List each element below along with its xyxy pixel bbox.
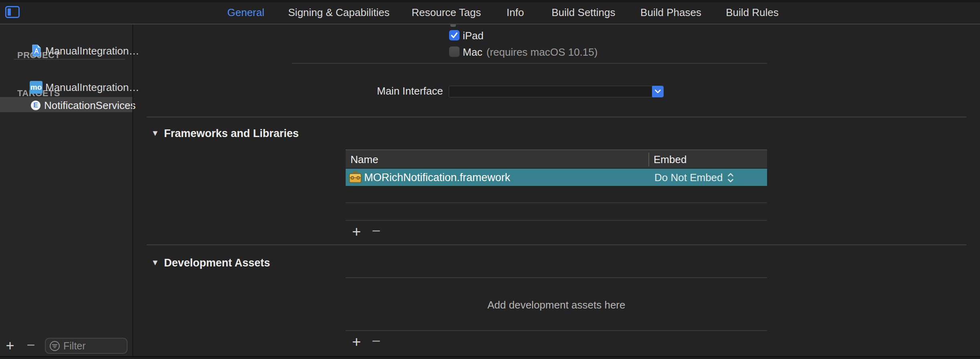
table-inner-divider	[346, 202, 767, 203]
tab-build-phases[interactable]: Build Phases	[640, 6, 701, 19]
mac-label: Mac	[463, 46, 482, 58]
sidebar-add-button[interactable]: +	[4, 339, 16, 353]
column-header-name[interactable]: Name	[350, 153, 378, 166]
ipad-checkbox[interactable]	[449, 30, 460, 40]
tab-bar	[0, 2, 980, 24]
ipad-label: iPad	[463, 30, 484, 42]
column-separator	[648, 153, 649, 166]
mo-app-icon: mo	[30, 81, 43, 94]
framework-row-selected[interactable]: MORichNotification.framework Do Not Embe…	[346, 169, 767, 186]
filter-icon	[49, 341, 60, 351]
section-divider	[147, 244, 966, 245]
embed-value: Do Not Embed	[654, 171, 723, 184]
dev-assets-disclosure-triangle[interactable]: ▼	[151, 258, 159, 267]
dev-assets-add-button[interactable]: +	[351, 334, 362, 349]
main-interface-combobox[interactable]	[449, 86, 664, 97]
tab-build-rules[interactable]: Build Rules	[726, 6, 779, 19]
main-interface-label: Main Interface	[377, 85, 443, 97]
framework-name: MORichNotification.framework	[364, 171, 510, 184]
targets-sidebar: PROJECT ManualIntegration… TARGETS mo Ma…	[0, 24, 132, 359]
project-window-icon	[5, 6, 20, 18]
mac-requirement-note: (requires macOS 10.15)	[486, 46, 597, 58]
framework-toolbox-icon	[349, 171, 362, 183]
chevron-down-icon	[654, 89, 661, 94]
extension-icon: E	[31, 101, 40, 110]
frameworks-disclosure-triangle[interactable]: ▼	[151, 129, 159, 138]
sidebar-divider	[14, 59, 125, 60]
column-header-embed[interactable]: Embed	[654, 153, 686, 166]
section-divider	[147, 117, 966, 117]
tab-resource-tags[interactable]: Resource Tags	[412, 6, 481, 19]
up-down-chevrons-icon	[727, 172, 734, 183]
filter-field[interactable]	[45, 338, 128, 354]
sidebar-glyph	[8, 8, 11, 16]
sidebar-content-divider	[132, 24, 133, 359]
frameworks-table-header: Name Embed	[346, 149, 767, 168]
tab-build-settings[interactable]: Build Settings	[552, 6, 616, 19]
tab-general[interactable]: General	[227, 6, 265, 19]
checkmark-icon	[449, 30, 460, 40]
tab-info[interactable]: Info	[506, 6, 524, 19]
sidebar-item-target-app[interactable]: ManualIntegration…	[45, 81, 139, 94]
debug-bar-edge	[0, 356, 980, 359]
dev-assets-section-title: Development Assets	[164, 257, 270, 269]
filter-input[interactable]	[63, 339, 124, 352]
frameworks-remove-button[interactable]: −	[371, 223, 382, 238]
combobox-button[interactable]	[652, 86, 664, 97]
clipped-checkbox-remnant	[450, 24, 456, 27]
dev-assets-placeholder: Add development assets here	[346, 299, 767, 311]
mac-checkbox[interactable]	[449, 46, 460, 57]
frameworks-section-title: Frameworks and Libraries	[164, 127, 299, 140]
sidebar-item-project[interactable]: ManualIntegration…	[45, 45, 139, 57]
tab-signing-capabilities[interactable]: Signing & Capabilities	[288, 6, 390, 19]
frameworks-add-button[interactable]: +	[351, 224, 362, 239]
dev-assets-remove-button[interactable]: −	[371, 333, 382, 349]
embed-dropdown[interactable]: Do Not Embed	[654, 171, 734, 184]
project-file-icon	[32, 44, 41, 56]
sidebar-remove-button[interactable]: −	[25, 338, 36, 352]
divider	[292, 63, 767, 64]
sidebar-item-target-extension[interactable]: NotificationServices	[44, 99, 136, 112]
table-bottom-divider	[346, 220, 767, 221]
